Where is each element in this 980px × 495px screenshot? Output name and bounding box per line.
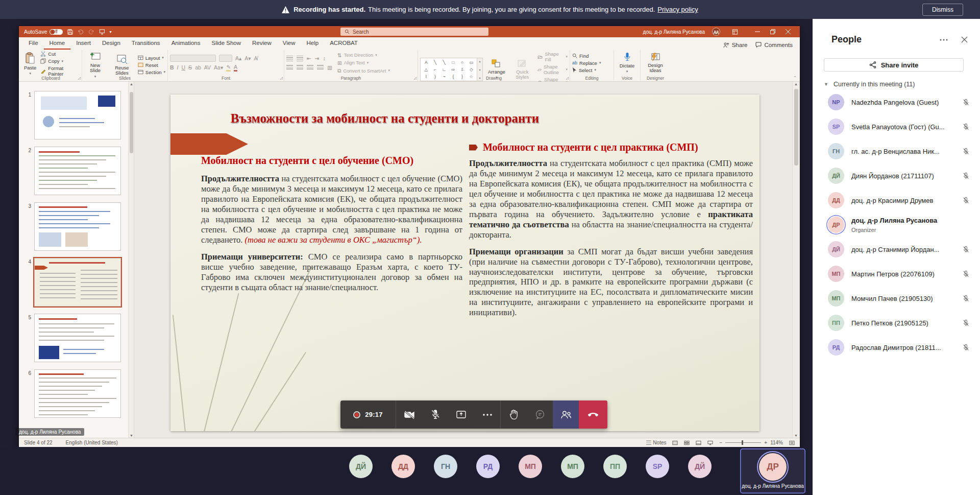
font-dialog-launcher[interactable]: ◿ [280, 76, 283, 80]
clear-formatting-icon[interactable]: A̸ [254, 55, 258, 61]
participant-avatar[interactable]: РД [476, 455, 500, 478]
language-indicator[interactable]: English (United States) [66, 440, 118, 445]
chat-button[interactable] [527, 400, 553, 429]
slide-scrollbar[interactable]: ▲▼ [792, 82, 799, 438]
ribbon-tab[interactable]: Slide Show [206, 38, 247, 50]
close-button[interactable] [780, 26, 796, 37]
thumbnails-scrollbar[interactable]: ▲▼ [128, 82, 134, 438]
meeting-section-header[interactable]: ▼ Currently in this meeting (11) [824, 81, 968, 88]
hang-up-button[interactable] [579, 400, 607, 429]
undo-icon[interactable] [78, 29, 84, 35]
people-close-icon[interactable] [961, 36, 968, 43]
ribbon-tab[interactable]: Insert [70, 38, 96, 50]
participant-avatar[interactable]: ДД [391, 455, 415, 478]
change-case-button[interactable]: Aa▾ [214, 64, 223, 70]
participant-avatar[interactable]: МП [519, 455, 542, 478]
search-box[interactable]: Search [340, 28, 488, 36]
mic-muted-icon[interactable] [962, 319, 970, 327]
ribbon-tab[interactable]: View [277, 38, 301, 50]
slide-thumbnail-row[interactable]: 2 [26, 147, 134, 195]
slide-thumbnail[interactable] [34, 258, 121, 307]
mic-muted-icon[interactable] [962, 172, 970, 180]
autosave-switch[interactable]: Off [50, 29, 63, 35]
mic-muted-icon[interactable] [962, 148, 970, 155]
participant-avatar[interactable]: SP [646, 455, 669, 478]
font-color-button[interactable]: A [234, 64, 237, 72]
slide-thumbnail-row[interactable]: 4 [26, 258, 134, 307]
people-more-options-icon[interactable] [940, 39, 948, 41]
start-slideshow-icon[interactable] [99, 29, 105, 35]
slide-thumbnail-row[interactable]: 5 [26, 314, 134, 362]
participant-row[interactable]: ДЙ Диян Йорданов (21711107) [813, 163, 980, 188]
increase-font-icon[interactable]: A▴ [235, 55, 241, 61]
privacy-policy-link[interactable]: Privacy policy [657, 6, 698, 13]
participant-row[interactable]: МП Момчил Пачев (21905130) [813, 286, 980, 311]
shape-glyph[interactable]: ◇ [470, 67, 473, 72]
fit-to-window-icon[interactable] [789, 440, 795, 445]
mic-muted-icon[interactable] [962, 123, 970, 131]
decrease-indent-button[interactable]: ⇤ [307, 55, 311, 61]
save-icon[interactable] [67, 29, 73, 35]
ribbon-tab[interactable]: ACROBAT [324, 38, 363, 50]
clipboard-dialog-launcher[interactable]: ◿ [78, 76, 81, 80]
share-invite-button[interactable]: Share invite [824, 58, 964, 72]
qat-more-icon[interactable]: ▾ [110, 30, 112, 34]
collapse-ribbon-icon[interactable]: ⌃ [793, 76, 797, 80]
minimize-button[interactable] [750, 26, 765, 37]
align-right-button[interactable] [307, 65, 313, 70]
cut-button[interactable]: Cut [40, 51, 80, 57]
account-avatar[interactable]: ДД [712, 28, 720, 36]
highlight-color-button[interactable]: ✎ [226, 64, 231, 72]
reset-button[interactable]: Reset [138, 62, 165, 68]
align-center-button[interactable] [297, 65, 303, 70]
participant-avatar[interactable]: ГН [434, 455, 457, 478]
comments-button[interactable]: Comments [755, 42, 793, 48]
camera-off-button[interactable] [396, 400, 422, 429]
zoom-in-icon[interactable]: + [764, 440, 767, 445]
bold-button[interactable]: B [170, 64, 174, 70]
mic-muted-icon[interactable] [962, 295, 970, 302]
font-name-combobox[interactable] [170, 55, 216, 62]
paste-button[interactable]: Paste▾ [22, 52, 38, 76]
decrease-font-icon[interactable]: A▾ [244, 55, 251, 61]
autosave-toggle[interactable]: AutoSave Off [24, 29, 63, 35]
show-participants-button[interactable] [553, 400, 579, 429]
shadow-button[interactable]: ab [195, 64, 201, 70]
participant-avatar[interactable]: ДЙ [688, 455, 712, 478]
shape-glyph[interactable]: ○ [461, 60, 463, 65]
increase-indent-button[interactable]: ⇥ [315, 55, 320, 61]
strikethrough-button[interactable]: S [188, 64, 192, 70]
layout-button[interactable]: Layout▾ [138, 55, 165, 61]
participant-row[interactable]: ДД доц. д-р Красимир Друмев [813, 188, 980, 213]
justify-button[interactable] [317, 65, 324, 70]
dismiss-button[interactable]: Dismiss [922, 4, 963, 16]
bullets-button[interactable] [286, 56, 293, 61]
restore-button[interactable] [765, 26, 780, 37]
shape-glyph[interactable]: ⇨ [451, 67, 455, 72]
slide-thumbnail[interactable] [34, 202, 121, 251]
shape-glyph[interactable]: ∟ [442, 67, 446, 72]
share-button[interactable]: Share [723, 42, 748, 48]
shape-glyph[interactable]: □ [452, 60, 454, 65]
zoom-percent[interactable]: 114% [770, 440, 783, 445]
ribbon-tab[interactable]: Transitions [126, 38, 166, 50]
smartart-button[interactable]: ⧉Convert to SmartArt▾ [337, 67, 390, 74]
notes-button[interactable]: Notes [646, 440, 666, 445]
shape-outline-button[interactable]: ▱Shape Outline▾ [537, 64, 568, 75]
participant-row[interactable]: ГН гл. ас. д-р Венцислава Ник... [813, 139, 980, 163]
participant-avatar[interactable]: МП [561, 455, 584, 478]
shape-glyph[interactable]: ╲ [443, 60, 446, 65]
mic-muted-icon[interactable] [962, 99, 970, 106]
slideshow-view-icon[interactable] [707, 440, 713, 445]
align-text-button[interactable]: ⊞Align Text▾ [337, 60, 390, 66]
design-ideas-button[interactable]: Design Ideas [643, 51, 668, 75]
slide-thumbnail-row[interactable]: 6 [26, 369, 134, 418]
participant-row[interactable]: SP Svetla Panayotova (Гост) (Gu... [813, 114, 980, 139]
slide-thumbnail-row[interactable]: 1 [26, 91, 134, 139]
raise-hand-button[interactable] [501, 400, 527, 429]
drawing-dialog-launcher[interactable]: ◿ [566, 76, 569, 80]
zoom-slider[interactable] [742, 440, 743, 445]
ribbon-tab[interactable]: Help [301, 38, 325, 50]
zoom-out-icon[interactable]: − [719, 440, 722, 445]
shape-glyph[interactable]: ╲ [434, 60, 436, 65]
